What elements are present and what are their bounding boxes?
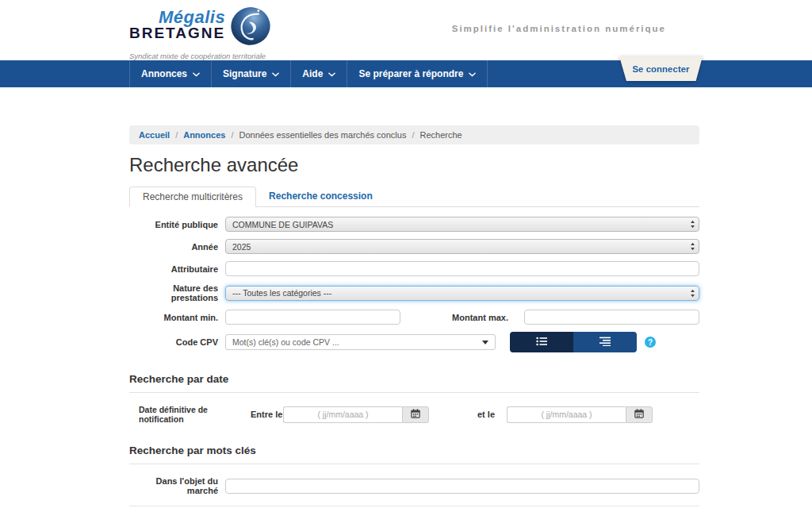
cpv-list-view-button[interactable]	[510, 332, 573, 352]
logo-bretagne: BRETAGNE	[129, 25, 225, 40]
breadcrumb-annonces[interactable]: Annonces	[183, 130, 225, 140]
attributaire-input[interactable]	[225, 261, 699, 276]
site-header: Mégalis BRETAGNE	[0, 0, 812, 60]
logo-text: Mégalis BRETAGNE	[129, 9, 225, 40]
code-cpv-placeholder: Mot(s) clé(s) ou code CPV ...	[232, 337, 339, 347]
calendar-icon	[411, 409, 420, 421]
search-form: Entité publique COMMUNE DE GUIPAVAS Anné…	[129, 217, 699, 352]
site-slogan: Simplifie l'administration numérique	[452, 24, 666, 33]
montant-max-label: Montant max.	[400, 313, 524, 322]
entite-publique-label: Entité publique	[129, 220, 225, 229]
breadcrumb-separator: /	[412, 130, 414, 140]
select-spinner-icon	[690, 289, 695, 298]
date-to-input[interactable]	[507, 406, 626, 423]
nature-prestations-value: --- Toutes les catégories ---	[232, 288, 331, 298]
date-from-group	[283, 406, 429, 423]
breadcrumb-separator: /	[231, 130, 233, 140]
objet-marche-input[interactable]	[225, 479, 699, 494]
logo[interactable]: Mégalis BRETAGNE	[129, 5, 272, 60]
annee-select[interactable]: 2025	[225, 239, 699, 254]
logo-megalis: Mégalis	[129, 9, 225, 26]
date-from-input[interactable]	[283, 406, 402, 423]
annee-label: Année	[129, 242, 225, 252]
date-from-calendar-button[interactable]	[402, 406, 429, 423]
row-code-cpv: Code CPV Mot(s) clé(s) ou code CPV ... ?	[129, 332, 699, 352]
nav-item-signature[interactable]: Signature	[211, 60, 290, 87]
globe-swirl-logo	[229, 5, 272, 49]
chevron-down-icon	[469, 68, 476, 79]
breadcrumb-donnees: Données essentielles des marchés conclus	[239, 130, 406, 140]
row-objet-marche: Dans l'objet du marché	[129, 476, 699, 495]
main-content: Accueil / Annonces / Données essentielle…	[129, 125, 699, 508]
chevron-down-icon	[193, 68, 200, 79]
date-to-group	[507, 406, 653, 423]
cpv-tree-view-button[interactable]	[573, 332, 637, 352]
page-title: Recherche avancée	[129, 154, 699, 176]
nav-item-annonces[interactable]: Annonces	[129, 60, 211, 87]
entite-publique-select[interactable]: COMMUNE DE GUIPAVAS	[225, 217, 699, 232]
row-nature-prestations: Nature des prestations --- Toutes les ca…	[129, 283, 699, 302]
cpv-view-toggle	[510, 332, 637, 352]
dropdown-caret-icon	[482, 341, 488, 344]
tab-recherche-concession[interactable]: Recherche concession	[256, 187, 385, 206]
date-search-section: Recherche par date Date définitive de no…	[129, 373, 699, 424]
keyword-search-section: Recherche par mots clés Dans l'objet du …	[129, 444, 699, 495]
select-spinner-icon	[690, 220, 695, 229]
row-annee: Année 2025	[129, 239, 699, 254]
attributaire-label: Attributaire	[129, 264, 225, 274]
nature-prestations-label: Nature des prestations	[129, 283, 225, 302]
nav-item-label: Aide	[302, 68, 323, 79]
et-le-label: et le	[477, 410, 495, 419]
objet-marche-label: Dans l'objet du marché	[129, 476, 225, 495]
logo-tagline: Syndicat mixte de coopération territoria…	[129, 52, 272, 60]
nav-item-se-preparer[interactable]: Se préparer à répondre	[347, 60, 488, 87]
date-to-calendar-button[interactable]	[626, 406, 653, 423]
section-divider	[129, 464, 699, 464]
breadcrumb-separator: /	[175, 130, 178, 140]
nature-prestations-select[interactable]: --- Toutes les catégories ---	[225, 286, 699, 301]
date-section-title: Recherche par date	[129, 373, 699, 385]
code-cpv-dropdown[interactable]: Mot(s) clé(s) ou code CPV ...	[225, 334, 496, 350]
montant-min-input[interactable]	[225, 310, 400, 325]
breadcrumb-recherche: Recherche	[419, 130, 462, 140]
keyword-section-title: Recherche par mots clés	[129, 444, 699, 456]
nav-item-label: Se préparer à répondre	[358, 68, 463, 79]
chevron-down-icon	[272, 68, 279, 79]
login-button[interactable]: Se connecter	[619, 56, 703, 81]
list-icon	[536, 337, 547, 348]
date-notification-label: Date définitive de notification	[139, 405, 251, 424]
nav-item-label: Annonces	[141, 68, 187, 79]
annee-value: 2025	[232, 242, 251, 252]
chevron-down-icon	[328, 68, 335, 79]
entite-publique-value: COMMUNE DE GUIPAVAS	[232, 220, 333, 229]
row-entite-publique: Entité publique COMMUNE DE GUIPAVAS	[129, 217, 699, 232]
row-attributaire: Attributaire	[129, 261, 699, 276]
row-date-notification: Date définitive de notification Entre le…	[129, 405, 699, 424]
breadcrumb-accueil[interactable]: Accueil	[139, 130, 170, 140]
tab-recherche-multicriteres[interactable]: Recherche multicritères	[129, 187, 256, 207]
select-spinner-icon	[690, 242, 695, 251]
entre-le-label: Entre le	[251, 410, 283, 419]
montant-max-input[interactable]	[524, 310, 699, 325]
form-end-divider	[129, 506, 699, 506]
help-icon[interactable]: ?	[645, 337, 656, 348]
nav-item-aide[interactable]: Aide	[290, 60, 347, 87]
tab-bar: Recherche multicritères Recherche conces…	[129, 187, 699, 207]
main-nav: Annonces Signature Aide Se préparer à ré…	[0, 60, 812, 87]
breadcrumb: Accueil / Annonces / Données essentielle…	[129, 125, 699, 144]
montant-min-label: Montant min.	[129, 313, 225, 322]
indent-list-icon	[599, 337, 611, 348]
code-cpv-label: Code CPV	[129, 337, 225, 347]
nav-item-label: Signature	[223, 68, 266, 79]
section-divider	[129, 392, 699, 393]
calendar-icon	[634, 409, 644, 421]
row-montant: Montant min. Montant max.	[129, 310, 699, 325]
